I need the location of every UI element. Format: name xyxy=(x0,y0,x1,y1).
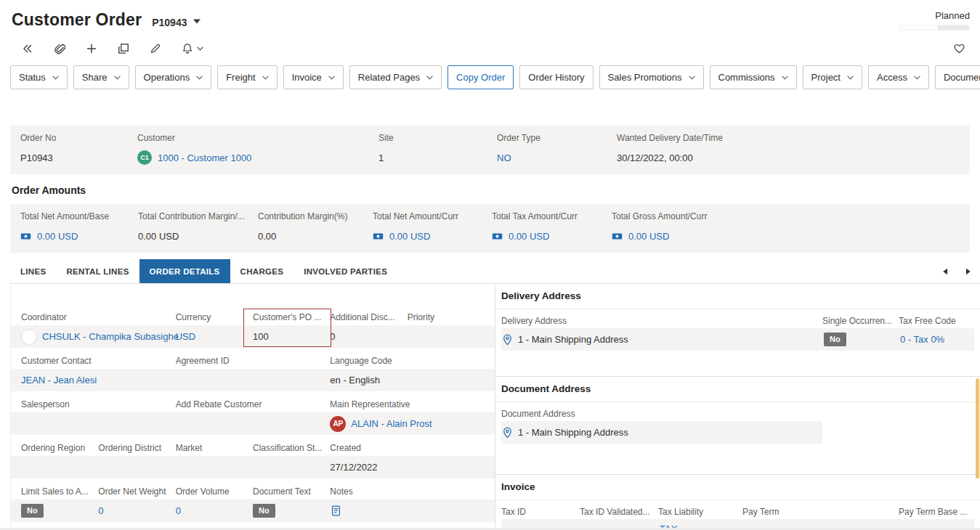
document-icon xyxy=(331,505,341,516)
field-label: Tax ID Validated... xyxy=(580,505,658,519)
section-title: Document Address xyxy=(495,377,980,402)
field-row: Customer Contact JEAN - Jean Alesi Agree… xyxy=(11,352,495,391)
section-title: Order Amounts xyxy=(10,174,970,204)
field-value: 0.00 xyxy=(258,229,373,243)
heart-icon xyxy=(953,43,965,54)
field-value[interactable]: 100 xyxy=(253,325,330,348)
document-address-value[interactable]: 1 - Main Shipping Address xyxy=(501,421,822,444)
menu-button-sales-promotions[interactable]: Sales Promotions xyxy=(599,65,704,89)
field-label: Customer xyxy=(137,133,378,143)
order-type-link[interactable]: NO xyxy=(497,152,511,163)
field-customers-po: Customer's PO ... 100 xyxy=(253,309,330,348)
tab-charges[interactable]: CHARGES xyxy=(230,259,294,283)
page-title: Customer Order xyxy=(12,10,142,30)
toggle-badge[interactable]: No xyxy=(253,504,275,518)
chevron-down-icon[interactable] xyxy=(193,19,201,24)
field-site: Site 1 xyxy=(378,133,497,165)
field-label xyxy=(822,407,974,421)
menu-button-order-history[interactable]: Order History xyxy=(519,65,593,89)
order-number: P10943 xyxy=(152,17,187,28)
tab-order-details[interactable]: ORDER DETAILS xyxy=(139,259,230,283)
menu-button-status[interactable]: Status xyxy=(10,65,68,89)
field-label: Tax Free Code xyxy=(899,314,974,328)
field-value: 1 - Main Shipping Address xyxy=(518,427,628,438)
document-address-section: Document Address Document Address 1 - Ma… xyxy=(495,377,980,474)
vertical-scrollbar-thumb[interactable] xyxy=(976,378,979,478)
amount-link[interactable]: 0.00 USD xyxy=(389,231,430,242)
field-label: Delivery Address xyxy=(501,314,822,328)
customer-contact-link[interactable]: JEAN - Jean Alesi xyxy=(21,375,97,386)
field-language-code: Language Code en - English xyxy=(330,352,485,391)
menu-button-related-pages[interactable]: Related Pages xyxy=(349,65,442,89)
amount-link[interactable]: 0.00 USD xyxy=(628,231,669,242)
general-details-panel: Coordinator CHSULK - Champika Subasighe … xyxy=(11,284,495,529)
menu-button-label: Document Text xyxy=(944,72,980,83)
chevron-down-icon xyxy=(262,76,269,80)
spacer xyxy=(495,444,980,474)
order-volume-link[interactable]: 0 xyxy=(176,505,181,516)
field-label: Priority xyxy=(408,309,485,325)
duplicate-icon xyxy=(118,43,129,54)
new-record-button[interactable] xyxy=(84,41,99,56)
menu-button-share[interactable]: Share xyxy=(73,65,129,89)
duplicate-button[interactable] xyxy=(116,41,131,56)
chevron-down-icon xyxy=(782,76,788,80)
invoice-section: Invoice Tax ID Tax ID Validated... Tax L… xyxy=(495,475,980,529)
field-row: Limit Sales to A... No Order Net Weight … xyxy=(11,483,495,522)
customer-avatar: C1 xyxy=(137,150,152,165)
tab-rental-lines[interactable]: RENTAL LINES xyxy=(56,259,139,283)
coordinator-link[interactable]: CHSULK - Champika Subasighe xyxy=(42,331,179,342)
field-customer-contact: Customer Contact JEAN - Jean Alesi xyxy=(21,352,176,391)
banknote-icon xyxy=(20,232,31,241)
field-customer: Customer C1 1000 - Customer 1000 xyxy=(137,133,378,165)
menu-button-project[interactable]: Project xyxy=(803,65,862,89)
field-value: 27/12/2022 xyxy=(330,456,485,478)
currency-link[interactable]: USD xyxy=(176,331,195,342)
field-label: Main Representative xyxy=(330,396,485,412)
notes-button[interactable] xyxy=(330,504,342,518)
edit-button[interactable] xyxy=(148,41,163,56)
amount-link[interactable]: 0.00 USD xyxy=(509,231,549,242)
tab-involved-parties[interactable]: INVOLVED PARTIES xyxy=(293,259,397,283)
field-label: Coordinator xyxy=(21,309,176,325)
notifications-button[interactable] xyxy=(180,41,205,56)
tab-scroll-left-button[interactable] xyxy=(941,266,949,277)
map-pin-icon xyxy=(503,427,512,439)
menu-button-label: Freight xyxy=(226,72,255,83)
tax-free-code-link[interactable]: 0 - Tax 0% xyxy=(900,334,944,345)
attachment-button[interactable] xyxy=(52,41,67,56)
toggle-badge[interactable]: No xyxy=(824,333,846,346)
order-net-weight-link[interactable]: 0 xyxy=(98,505,103,516)
field-contribution-margin-pct: Contribution Margin(%) 0.00 xyxy=(258,211,373,243)
amount-link[interactable]: 0.00 USD xyxy=(37,231,78,242)
order-info-card: Order No P10943 Customer C1 1000 - Custo… xyxy=(10,102,970,174)
chevron-down-icon xyxy=(426,76,433,80)
field-label: Document Address xyxy=(501,407,822,421)
field-value xyxy=(98,456,175,478)
field-label: Order No xyxy=(20,133,137,143)
menu-button-copy-order[interactable]: Copy Order xyxy=(448,65,514,89)
toggle-badge[interactable]: No xyxy=(21,504,44,518)
menu-button-document-text[interactable]: Document Text xyxy=(935,65,980,89)
field-label: Classification St... xyxy=(253,439,330,456)
field-ordering-district: Ordering District xyxy=(98,439,175,478)
field-total-tax-amount-curr: Total Tax Amount/Curr 0.00 USD xyxy=(492,211,612,243)
menu-button-invoice[interactable]: Invoice xyxy=(283,65,344,89)
menu-button-freight[interactable]: Freight xyxy=(217,65,277,89)
field-label: Created xyxy=(330,439,485,456)
field-row: Salesperson Add Rebate Customer Main Rep… xyxy=(11,396,495,435)
field-value: 0.00 USD xyxy=(138,229,258,243)
tab-lines[interactable]: LINES xyxy=(10,259,56,283)
menu-button-access[interactable]: Access xyxy=(868,65,929,89)
tab-scroll-right-button[interactable] xyxy=(964,266,973,277)
status-progress-bar xyxy=(899,25,970,30)
favorite-button[interactable] xyxy=(952,41,967,56)
collapse-panel-button[interactable] xyxy=(20,41,35,56)
field-label: Total Tax Amount/Curr xyxy=(492,211,612,221)
field-value xyxy=(176,456,253,478)
customer-link[interactable]: 1000 - Customer 1000 xyxy=(158,152,251,163)
main-representative-link[interactable]: ALAIN - Alain Prost xyxy=(351,418,432,429)
menu-button-commissions[interactable]: Commissions xyxy=(710,65,797,89)
delivery-address-value[interactable]: 1 - Main Shipping Address xyxy=(501,328,822,351)
menu-button-operations[interactable]: Operations xyxy=(135,65,212,89)
